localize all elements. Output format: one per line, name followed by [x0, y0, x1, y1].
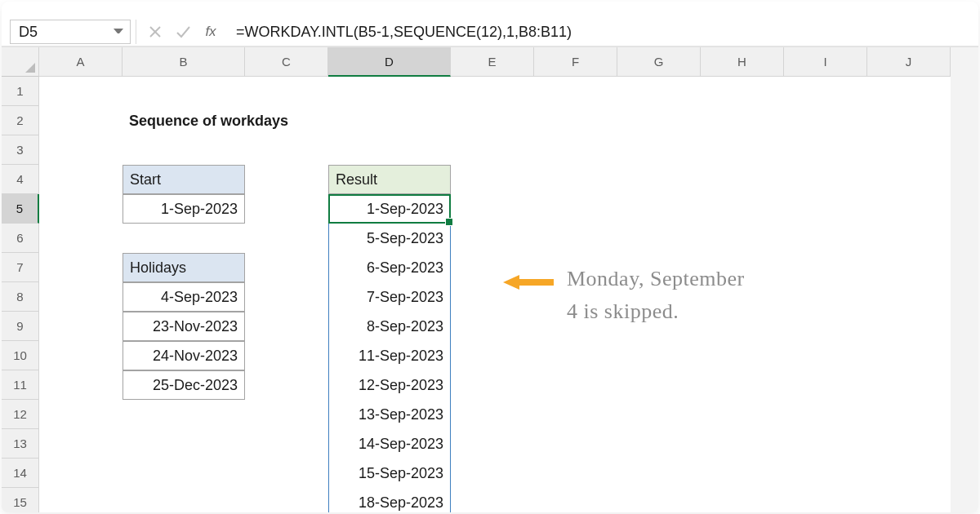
- cell-E6[interactable]: [451, 224, 534, 253]
- row-header-15[interactable]: 15: [2, 488, 39, 512]
- cell-J7[interactable]: [867, 253, 951, 282]
- row-header-9[interactable]: 9: [2, 312, 39, 341]
- cell-A6[interactable]: [39, 224, 122, 253]
- cell-E13[interactable]: [451, 429, 534, 459]
- holiday-row[interactable]: 4-Sep-2023: [122, 282, 245, 312]
- cell-I8[interactable]: [784, 282, 867, 312]
- col-header-H[interactable]: H: [701, 47, 784, 77]
- cell-H8[interactable]: [701, 282, 784, 312]
- col-header-B[interactable]: B: [122, 47, 245, 77]
- holidays-header[interactable]: Holidays: [122, 253, 245, 282]
- result-row[interactable]: 6-Sep-2023: [328, 253, 451, 282]
- cell-I15[interactable]: [784, 488, 867, 512]
- cell-H2[interactable]: [701, 106, 784, 135]
- cell-I10[interactable]: [784, 341, 867, 370]
- cell-C7[interactable]: [245, 253, 328, 282]
- cell-G5[interactable]: [617, 194, 701, 224]
- cell-G13[interactable]: [617, 429, 701, 459]
- cell-H12[interactable]: [701, 400, 784, 429]
- cell-C15[interactable]: [245, 488, 328, 512]
- cell-J8[interactable]: [867, 282, 951, 312]
- cell-I14[interactable]: [784, 459, 867, 488]
- cell-I2[interactable]: [784, 106, 867, 135]
- cell-A9[interactable]: [39, 312, 122, 341]
- row-header-13[interactable]: 13: [2, 429, 39, 459]
- cell-I6[interactable]: [784, 224, 867, 253]
- cell-G10[interactable]: [617, 341, 701, 370]
- cell-J14[interactable]: [867, 459, 951, 488]
- cell-G12[interactable]: [617, 400, 701, 429]
- cell-C12[interactable]: [245, 400, 328, 429]
- cell-A1[interactable]: [39, 77, 122, 106]
- col-header-A[interactable]: A: [39, 47, 122, 77]
- cell-C6[interactable]: [245, 224, 328, 253]
- start-value[interactable]: 1-Sep-2023: [122, 194, 245, 224]
- holiday-row[interactable]: 23-Nov-2023: [122, 312, 245, 341]
- cell-H9[interactable]: [701, 312, 784, 341]
- row-header-5[interactable]: 5: [2, 194, 39, 224]
- cell-H4[interactable]: [701, 165, 784, 194]
- row-header-12[interactable]: 12: [2, 400, 39, 429]
- cell-A4[interactable]: [39, 165, 122, 194]
- cell-B14[interactable]: [122, 459, 245, 488]
- holiday-row[interactable]: 25-Dec-2023: [122, 370, 245, 400]
- cell-H13[interactable]: [701, 429, 784, 459]
- row-header-6[interactable]: 6: [2, 224, 39, 253]
- cell-J11[interactable]: [867, 370, 951, 400]
- row-header-14[interactable]: 14: [2, 459, 39, 488]
- cell-G7[interactable]: [617, 253, 701, 282]
- cell-H7[interactable]: [701, 253, 784, 282]
- name-box[interactable]: D5: [10, 20, 131, 44]
- cell-J4[interactable]: [867, 165, 951, 194]
- holiday-row[interactable]: 24-Nov-2023: [122, 341, 245, 370]
- cell-J3[interactable]: [867, 135, 951, 165]
- cell-I12[interactable]: [784, 400, 867, 429]
- col-header-E[interactable]: E: [451, 47, 534, 77]
- row-header-8[interactable]: 8: [2, 282, 39, 312]
- cell-E4[interactable]: [451, 165, 534, 194]
- cell-F12[interactable]: [534, 400, 617, 429]
- row-header-7[interactable]: 7: [2, 253, 39, 282]
- cell-I7[interactable]: [784, 253, 867, 282]
- cell-I1[interactable]: [784, 77, 867, 106]
- result-row[interactable]: 15-Sep-2023: [328, 459, 451, 488]
- cell-A2[interactable]: [39, 106, 122, 135]
- cell-J9[interactable]: [867, 312, 951, 341]
- cell-G2[interactable]: [617, 106, 701, 135]
- cell-F11[interactable]: [534, 370, 617, 400]
- cell-E12[interactable]: [451, 400, 534, 429]
- cell-B6[interactable]: [122, 224, 245, 253]
- cell-E7[interactable]: [451, 253, 534, 282]
- cell-C8[interactable]: [245, 282, 328, 312]
- col-header-G[interactable]: G: [617, 47, 701, 77]
- cell-C13[interactable]: [245, 429, 328, 459]
- cell-G6[interactable]: [617, 224, 701, 253]
- cell-J1[interactable]: [867, 77, 951, 106]
- cell-I4[interactable]: [784, 165, 867, 194]
- col-header-J[interactable]: J: [867, 47, 951, 77]
- cell-A15[interactable]: [39, 488, 122, 512]
- cell-E2[interactable]: [451, 106, 534, 135]
- cell-E1[interactable]: [451, 77, 534, 106]
- fx-icon[interactable]: fx: [197, 20, 225, 44]
- cell-E15[interactable]: [451, 488, 534, 512]
- row-header-2[interactable]: 2: [2, 106, 39, 135]
- cell-J6[interactable]: [867, 224, 951, 253]
- cell-F6[interactable]: [534, 224, 617, 253]
- cell-F14[interactable]: [534, 459, 617, 488]
- cell-E14[interactable]: [451, 459, 534, 488]
- cell-H6[interactable]: [701, 224, 784, 253]
- result-row[interactable]: 12-Sep-2023: [328, 370, 451, 400]
- row-header-3[interactable]: 3: [2, 135, 39, 165]
- cell-J13[interactable]: [867, 429, 951, 459]
- page-title[interactable]: Sequence of workdays: [122, 106, 451, 135]
- cell-J12[interactable]: [867, 400, 951, 429]
- cell-H1[interactable]: [701, 77, 784, 106]
- cell-F13[interactable]: [534, 429, 617, 459]
- cell-B13[interactable]: [122, 429, 245, 459]
- cell-H11[interactable]: [701, 370, 784, 400]
- cell-G4[interactable]: [617, 165, 701, 194]
- result-row[interactable]: 8-Sep-2023: [328, 312, 451, 341]
- cell-A5[interactable]: [39, 194, 122, 224]
- cell-G11[interactable]: [617, 370, 701, 400]
